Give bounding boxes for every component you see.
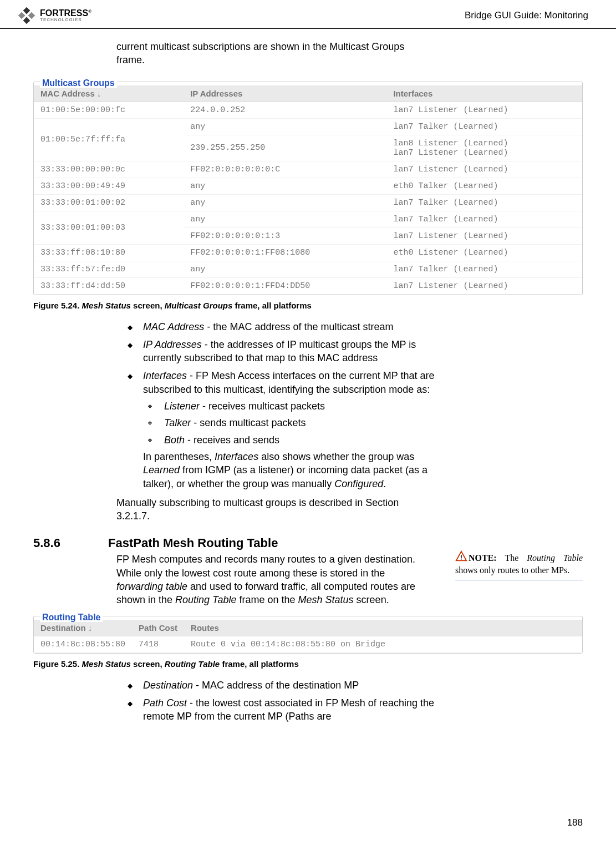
table-row: 33:33:00:01:00:02anylan7 Talker (Learned… — [34, 194, 582, 211]
cell-mac: 33:33:00:00:49:49 — [34, 178, 184, 194]
list-item: MAC Address - the MAC address of the mul… — [128, 320, 438, 333]
cell-mac: 33:33:ff:08:10:80 — [34, 244, 184, 261]
list-item: Destination - MAC address of the destina… — [128, 679, 438, 692]
cell-iface: lan8 Listener (Learned) lan7 Listener (L… — [386, 135, 582, 161]
cell-ip: 224.0.0.252 — [184, 102, 386, 118]
col-iface[interactable]: Interfaces — [386, 85, 582, 102]
table-row: 33:33:ff:08:10:80FF02:0:0:0:0:1:FF08:108… — [34, 244, 582, 261]
multicast-groups-legend: Multicast Groups — [40, 78, 117, 88]
cell-iface: lan7 Listener (Learned) — [386, 102, 582, 118]
section-title: FastPath Mesh Routing Table — [108, 536, 278, 550]
routing-bullet-list: Destination - MAC address of the destina… — [128, 679, 438, 723]
cell-ip: any — [184, 178, 386, 194]
table-row: 01:00:5e:00:00:fc224.0.0.252lan7 Listene… — [34, 102, 582, 118]
cell-ip: FF02:0:0:0:0:0:0:C — [184, 161, 386, 178]
warning-icon — [455, 550, 467, 563]
list-item: Talker - sends multicast packets — [143, 416, 438, 429]
svg-rect-1 — [28, 12, 35, 19]
table-row: 01:00:5e:7f:ff:faanylan7 Talker (Learned… — [34, 118, 582, 135]
header-guide-title: Bridge GUI Guide: Monitoring — [465, 10, 588, 21]
multicast-groups-table: MAC Address ↓ IP Addresses Interfaces 01… — [34, 85, 582, 295]
fortress-logo-icon — [17, 6, 37, 26]
col-routes[interactable]: Routes — [184, 620, 582, 636]
svg-rect-0 — [23, 7, 30, 14]
cell-mac: 33:33:00:01:00:03 — [34, 211, 184, 244]
routing-table-frame: Destination ↓ Path Cost Routes 00:14:8c:… — [33, 616, 583, 654]
logo-sub: TECHNOLOGIES — [40, 18, 91, 22]
cell-routes: Route 0 via 00:14:8c:08:55:80 on Bridge — [184, 636, 582, 652]
list-item: Path Cost - the lowest cost associated i… — [128, 696, 438, 723]
routing-table-legend: Routing Table — [40, 613, 103, 622]
multicast-groups-frame: MAC Address ↓ IP Addresses Interfaces 01… — [33, 82, 583, 295]
svg-rect-5 — [461, 559, 462, 560]
list-item: Both - receives and sends — [143, 433, 438, 447]
figure-5-25-caption: Figure 5.25. Mesh Status screen, Routing… — [33, 659, 583, 669]
cell-iface: eth0 Talker (Learned) — [386, 178, 582, 194]
cell-ip: any — [184, 118, 386, 135]
cell-ip: any — [184, 194, 386, 211]
logo-text: FORTRESS® TECHNOLOGIES — [40, 9, 91, 22]
cell-iface: eth0 Listener (Learned) — [386, 244, 582, 261]
cell-path-cost: 7418 — [132, 636, 184, 652]
table-row: 33:33:ff:d4:dd:50FF02:0:0:0:0:1:FFD4:DD5… — [34, 277, 582, 294]
logo: FORTRESS® TECHNOLOGIES — [17, 6, 91, 26]
manual-subscribe-text: Manually subscribing to multicast groups… — [116, 496, 427, 523]
note-label: NOTE: — [469, 553, 497, 563]
cell-ip: any — [184, 261, 386, 277]
table-row: 00:14:8c:08:55:80 7418 Route 0 via 00:14… — [34, 636, 582, 652]
cell-iface: lan7 Listener (Learned) — [386, 227, 582, 244]
routing-table: Destination ↓ Path Cost Routes 00:14:8c:… — [34, 620, 582, 653]
cell-iface: lan7 Talker (Learned) — [386, 118, 582, 135]
section-num: 5.8.6 — [33, 536, 78, 550]
table-header-row: MAC Address ↓ IP Addresses Interfaces — [34, 85, 582, 102]
intro-text: current multicast subscriptions are show… — [116, 40, 427, 67]
col-ip[interactable]: IP Addresses — [184, 85, 386, 102]
col-mac[interactable]: MAC Address ↓ — [34, 85, 184, 102]
cell-ip: any — [184, 211, 386, 227]
cell-mac: 01:00:5e:7f:ff:fa — [34, 118, 184, 161]
table-header-row: Destination ↓ Path Cost Routes — [34, 620, 582, 636]
table-row: 33:33:00:00:49:49anyeth0 Talker (Learned… — [34, 178, 582, 194]
table-row: 33:33:00:00:00:0cFF02:0:0:0:0:0:0:Clan7 … — [34, 161, 582, 178]
cell-mac: 33:33:00:01:00:02 — [34, 194, 184, 211]
page-header: FORTRESS® TECHNOLOGIES Bridge GUI Guide:… — [0, 0, 616, 29]
cell-iface: lan7 Talker (Learned) — [386, 261, 582, 277]
figure-5-24-caption: Figure 5.24. Mesh Status screen, Multica… — [33, 301, 583, 310]
cell-destination: 00:14:8c:08:55:80 — [34, 636, 132, 652]
cell-iface: lan7 Talker (Learned) — [386, 194, 582, 211]
cell-mac: 33:33:ff:d4:dd:50 — [34, 277, 184, 294]
cell-iface: lan7 Talker (Learned) — [386, 211, 582, 227]
cell-iface: lan7 Listener (Learned) — [386, 161, 582, 178]
multicast-bullet-list: MAC Address - the MAC address of the mul… — [128, 320, 438, 490]
cell-mac: 01:00:5e:00:00:fc — [34, 102, 184, 118]
sub-list: Listener - receives multicast packets Ta… — [143, 399, 438, 447]
cell-ip: FF02:0:0:0:0:0:1:3 — [184, 227, 386, 244]
table-row: 33:33:00:01:00:03anylan7 Talker (Learned… — [34, 211, 582, 227]
logo-main: FORTRESS — [40, 8, 88, 18]
cell-ip: 239.255.255.250 — [184, 135, 386, 161]
svg-rect-3 — [23, 17, 30, 24]
cell-mac: 33:33:00:00:00:0c — [34, 161, 184, 178]
interfaces-post-text: In parentheses, Interfaces also shows wh… — [143, 450, 438, 490]
section-body: FP Mesh computes and records many routes… — [116, 553, 427, 606]
cell-iface: lan7 Listener (Learned) — [386, 277, 582, 294]
col-path-cost[interactable]: Path Cost — [132, 620, 184, 636]
section-5-8-6-header: 5.8.6 FastPath Mesh Routing Table — [33, 536, 433, 550]
list-item: Listener - receives multicast packets — [143, 399, 438, 413]
svg-rect-4 — [461, 555, 462, 559]
svg-rect-2 — [18, 12, 26, 19]
table-row: 33:33:ff:57:fe:d0anylan7 Talker (Learned… — [34, 261, 582, 277]
col-destination[interactable]: Destination ↓ — [34, 620, 132, 636]
cell-ip: FF02:0:0:0:0:1:FFD4:DD50 — [184, 277, 386, 294]
cell-ip: FF02:0:0:0:0:1:FF08:1080 — [184, 244, 386, 261]
cell-mac: 33:33:ff:57:fe:d0 — [34, 261, 184, 277]
note-box: NOTE: The Routing Table shows only route… — [455, 550, 583, 580]
list-item: Interfaces - FP Mesh Access interfaces o… — [128, 369, 438, 490]
list-item: IP Addresses - the addresses of IP multi… — [128, 338, 438, 365]
